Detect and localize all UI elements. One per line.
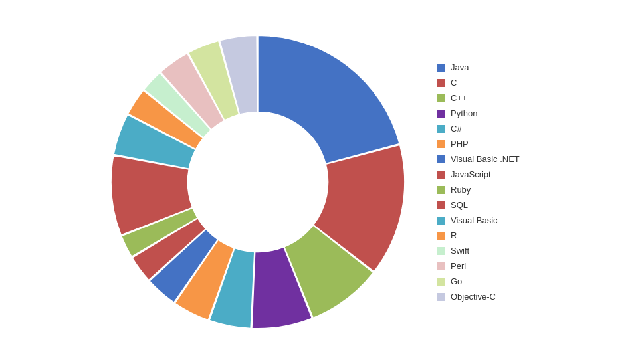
legend-color-2	[437, 94, 445, 102]
legend-color-3	[437, 110, 445, 118]
legend-color-14	[437, 278, 445, 286]
legend-label-11: R	[451, 230, 457, 240]
legend-label-2: C++	[451, 93, 467, 103]
legend-label-10: Visual Basic	[451, 215, 498, 225]
legend-label-4: C#	[451, 124, 462, 134]
legend-item-12: Swift	[437, 246, 544, 256]
legend-item-9: SQL	[437, 200, 544, 210]
legend-item-1: C	[437, 78, 544, 88]
chart-container: JavaCC++PythonC#PHPVisual Basic .NETJava…	[0, 0, 642, 364]
legend-color-9	[437, 201, 445, 209]
legend-color-15	[437, 293, 445, 301]
legend-label-3: Python	[451, 108, 477, 118]
legend-label-9: SQL	[451, 200, 468, 210]
legend-color-13	[437, 262, 445, 270]
legend-label-1: C	[451, 78, 457, 88]
svg-point-0	[187, 112, 328, 252]
legend-color-5	[437, 140, 445, 148]
legend-color-11	[437, 232, 445, 240]
legend-item-14: Go	[437, 276, 544, 286]
legend-item-11: R	[437, 230, 544, 240]
legend-item-8: Ruby	[437, 185, 544, 195]
legend-label-12: Swift	[451, 246, 469, 256]
legend-item-5: PHP	[437, 139, 544, 149]
legend-color-12	[437, 247, 445, 255]
legend-item-6: Visual Basic .NET	[437, 154, 544, 164]
legend-item-3: Python	[437, 108, 544, 118]
legend-label-0: Java	[451, 62, 469, 72]
chart-legend: JavaCC++PythonC#PHPVisual Basic .NETJava…	[437, 62, 544, 302]
legend-color-1	[437, 79, 445, 87]
legend-label-7: JavaScript	[451, 169, 491, 179]
legend-color-8	[437, 186, 445, 194]
legend-label-6: Visual Basic .NET	[451, 154, 520, 164]
legend-item-4: C#	[437, 124, 544, 134]
legend-item-13: Perl	[437, 261, 544, 271]
legend-color-4	[437, 125, 445, 133]
legend-color-6	[437, 155, 445, 163]
legend-label-14: Go	[451, 276, 462, 286]
legend-color-10	[437, 217, 445, 225]
legend-label-5: PHP	[451, 139, 469, 149]
legend-label-15: Objective-C	[451, 292, 496, 302]
legend-item-15: Objective-C	[437, 292, 544, 302]
legend-item-2: C++	[437, 93, 544, 103]
legend-label-13: Perl	[451, 261, 466, 271]
legend-color-7	[437, 171, 445, 179]
legend-label-8: Ruby	[451, 185, 471, 195]
legend-item-10: Visual Basic	[437, 215, 544, 225]
donut-chart	[98, 23, 417, 341]
legend-item-7: JavaScript	[437, 169, 544, 179]
legend-item-0: Java	[437, 62, 544, 72]
legend-color-0	[437, 64, 445, 72]
